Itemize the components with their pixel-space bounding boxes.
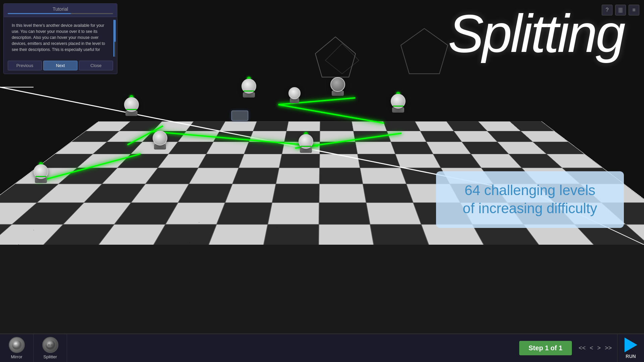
floor-cell	[352, 121, 387, 131]
svg-marker-3	[315, 37, 356, 77]
splitter-label: Splitter	[43, 354, 57, 359]
floor-cell	[272, 184, 319, 203]
floor-cell	[387, 131, 426, 142]
menu-icon[interactable]: ≡	[629, 5, 639, 15]
tutorial-body-text: In this level there's another device ava…	[12, 22, 109, 53]
robot-7[interactable]	[299, 134, 313, 153]
previous-button[interactable]: Previous	[8, 61, 42, 70]
mirror-svg	[11, 340, 22, 350]
top-right-icons: ? ||| ≡	[602, 5, 639, 15]
splitter-icon	[42, 337, 58, 353]
robot-3[interactable]	[153, 131, 167, 149]
next-button[interactable]: Next	[43, 61, 77, 70]
game-title: Splitting	[448, 7, 624, 60]
toolbar: Mirror Splitter Step 1 of 1 << < >	[0, 334, 644, 362]
floor-cell	[363, 184, 413, 203]
floor-cell	[391, 142, 433, 154]
splitter-tool[interactable]: Splitter	[34, 334, 67, 362]
floor-cell	[355, 142, 395, 154]
help-icon[interactable]: ?	[602, 5, 612, 15]
floor-cell	[268, 202, 319, 224]
floor-cell	[383, 121, 420, 131]
promo-text: 64 challenging levels of increasing diff…	[449, 181, 610, 218]
floor-cell	[262, 225, 319, 245]
splitter-svg	[45, 340, 56, 350]
floor-cell	[360, 168, 406, 184]
svg-point-6	[12, 340, 21, 350]
floor-cell	[206, 225, 268, 245]
robot-5[interactable]	[288, 87, 301, 103]
stats-icon[interactable]: |||	[615, 5, 626, 15]
floor-cell	[225, 184, 276, 203]
nav-arrows: << < > >>	[577, 343, 613, 353]
nav-prev-arrow[interactable]: <	[588, 343, 595, 353]
floor-cell	[319, 225, 375, 245]
floor-cell	[319, 168, 363, 184]
nav-last-arrow[interactable]: >>	[603, 343, 613, 353]
nav-first-arrow[interactable]: <<	[577, 343, 587, 353]
floor-cell	[206, 142, 249, 154]
robot-2[interactable]	[124, 97, 139, 116]
robot-4[interactable]	[241, 79, 256, 98]
floor-cell	[320, 154, 360, 168]
run-button[interactable]: RUN	[617, 334, 644, 362]
tutorial-buttons: Previous Next Close	[4, 58, 117, 74]
floor-cell	[276, 168, 319, 184]
mirror-label: Mirror	[11, 354, 22, 359]
step-counter[interactable]: Step 1 of 1	[519, 341, 572, 355]
promo-box: 64 challenging levels of increasing diff…	[436, 171, 624, 228]
robot-6[interactable]	[330, 77, 345, 96]
floor-cell	[358, 154, 400, 168]
promo-line1: 64 challenging levels	[465, 182, 595, 198]
floor-cell	[232, 168, 279, 184]
floor-cell	[286, 121, 320, 131]
tutorial-body: In this level there's another device ava…	[8, 20, 114, 57]
run-label: RUN	[626, 354, 636, 359]
mirror-tool[interactable]: Mirror	[0, 334, 34, 362]
floor-cell	[320, 142, 358, 154]
tutorial-progress-fill	[8, 13, 71, 14]
floor-cell	[198, 154, 244, 168]
tutorial-title: Tutorial	[8, 6, 113, 12]
tutorial-dialog: Tutorial In this level there's another d…	[3, 3, 117, 74]
floor-cell	[370, 225, 431, 245]
floor-cell	[217, 202, 272, 224]
svg-marker-5	[401, 28, 448, 74]
floor-cell	[186, 121, 225, 131]
splitter-device[interactable]	[231, 111, 248, 121]
floor-cell	[238, 154, 282, 168]
robot-1[interactable]	[34, 164, 48, 183]
floor-cell	[320, 121, 354, 131]
close-button[interactable]: Close	[79, 61, 113, 70]
mirror-icon	[9, 337, 25, 353]
floor-cell	[220, 121, 257, 131]
svg-rect-10	[49, 345, 52, 345]
nav-next-arrow[interactable]: >	[596, 343, 602, 353]
run-triangle-icon	[625, 338, 637, 352]
floor-cell	[279, 154, 320, 168]
floor-cell	[354, 131, 391, 142]
floor-cell	[319, 202, 370, 224]
floor-cell	[189, 168, 238, 184]
floor-cell	[253, 121, 288, 131]
tutorial-progress-bar	[8, 13, 113, 14]
floor-cell	[319, 184, 366, 203]
floor-cell	[213, 131, 253, 142]
robot-8[interactable]	[391, 94, 406, 113]
tutorial-title-bar: Tutorial	[4, 4, 117, 17]
floor-cell	[366, 202, 421, 224]
floor-cell	[320, 131, 356, 142]
floor-cell	[249, 131, 286, 142]
geo-shapes-2	[399, 27, 449, 87]
promo-line2: of increasing difficulty	[463, 200, 597, 216]
floor-cell	[244, 142, 284, 154]
